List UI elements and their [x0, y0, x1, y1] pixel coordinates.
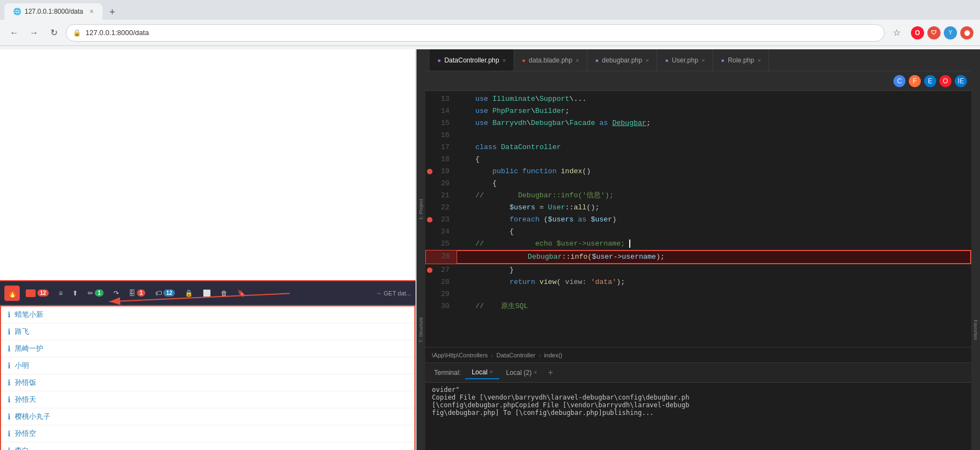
tab-close-btn[interactable]: × — [576, 57, 579, 64]
debugbar-redirect-btn[interactable]: ↷ — [110, 288, 123, 299]
item-name: 小明 — [15, 361, 29, 371]
ide-tab[interactable]: ●User.php× — [657, 49, 713, 71]
line-number: 22 — [434, 202, 456, 214]
info-icon: ℹ — [8, 395, 10, 404]
local-tab-close[interactable]: × — [489, 369, 493, 375]
back-button[interactable]: ← — [7, 25, 22, 41]
ide-tab[interactable]: ●debugbar.php× — [588, 49, 658, 71]
redirect-icon: ↷ — [113, 289, 119, 297]
terminal-local2-tab[interactable]: Local (2) × — [499, 367, 544, 379]
data-list-item: ℹ孙悟天 — [1, 391, 414, 408]
breakpoint-area — [425, 264, 434, 276]
edge-icon[interactable]: E — [924, 75, 936, 87]
structure-label: 7: Structure — [418, 317, 424, 343]
line-content: use Illuminate\Support\... — [456, 93, 971, 105]
line-number: 30 — [434, 300, 456, 312]
line-number: 19 — [434, 166, 456, 178]
tab-close-btn[interactable]: × — [757, 57, 761, 64]
breakpoint-area — [425, 129, 434, 141]
line-content: Debugbar::info($user->username); — [457, 250, 971, 264]
edit-icon: ✏ — [88, 289, 93, 297]
local2-tab-close[interactable]: × — [534, 369, 537, 375]
ext-icon-1[interactable]: 🛡 — [927, 26, 941, 39]
ide-tab[interactable]: ●DataController.php× — [430, 49, 514, 71]
new-tab-button[interactable]: + — [105, 4, 120, 20]
terminal-label: Terminal: — [430, 369, 465, 377]
data-list-item: ℹ孙悟空 — [1, 425, 414, 442]
breakpoint-area — [425, 166, 434, 178]
code-line: 26 Debugbar::info($user->username); — [425, 250, 971, 264]
line-content — [456, 288, 971, 300]
code-line: 28 return view( view: 'data'); — [425, 276, 971, 288]
tag-badge: 12 — [163, 289, 175, 297]
debugbar-trash-btn[interactable]: 🗑 — [217, 288, 231, 299]
terminal-local-tab[interactable]: Local × — [465, 366, 500, 379]
data-list-item: ℹ李白 — [1, 442, 414, 450]
line-content: $users = User::all(); — [456, 202, 971, 214]
line-content: // Debugbar::info('信息'); — [456, 190, 971, 202]
ide-tab[interactable]: ●Role.php× — [713, 49, 769, 71]
ie-icon[interactable]: IE — [955, 75, 967, 87]
annotation-arrow — [0, 49, 415, 280]
ext-icon-2[interactable]: Y — [944, 26, 957, 39]
browser-icons: C F E O IE — [893, 75, 967, 87]
breakpoint-area — [425, 288, 434, 300]
bookmark-button[interactable]: ☆ — [889, 25, 904, 41]
tab-close-btn[interactable]: × — [646, 57, 649, 64]
firefox-icon[interactable]: F — [909, 75, 921, 87]
breakpoint-area — [425, 214, 434, 226]
ide-tabs: ●DataController.php×●data.blade.php×●deb… — [425, 49, 971, 71]
line-number: 24 — [434, 226, 456, 238]
debugbar-tag2-btn[interactable]: 🔖 — [233, 288, 249, 299]
debugbar-expand-btn[interactable]: ⬜ — [199, 288, 215, 299]
line-content: use Barryvdh\Debugbar\Facade as Debugbar… — [456, 117, 971, 129]
opera-top-icon[interactable]: O — [939, 75, 951, 87]
line-number: 29 — [434, 288, 456, 300]
lock-icon: 🔒 — [73, 29, 81, 37]
reload-button[interactable]: ↻ — [46, 25, 61, 41]
debugbar-tag-btn[interactable]: 🏷 12 — [151, 288, 179, 299]
right-panel: 1: Project 7: Structure ●DataController.… — [417, 49, 980, 450]
data-list-item: ℹ樱桃小丸子 — [1, 408, 414, 425]
debugbar-edit-btn[interactable]: ✏ 1 — [84, 288, 107, 299]
ext-icon-3[interactable]: ⬤ — [960, 26, 973, 39]
code-line: 14 use PhpParser\Builder; — [425, 105, 971, 117]
debugbar-up-btn[interactable]: ⬆ — [69, 288, 82, 299]
code-line: 25 // echo $user->username; — [425, 238, 971, 250]
data-list-item: ℹ路飞 — [1, 323, 414, 340]
tab-close-btn[interactable]: × — [702, 57, 705, 64]
terminal-add-btn[interactable]: + — [544, 368, 557, 378]
address-bar[interactable]: 🔒 127.0.0.1:8000/data — [66, 24, 885, 42]
terminal-panel: Terminal: Local × Local (2) × + ovider"C… — [425, 362, 971, 450]
forward-button[interactable]: → — [26, 25, 42, 41]
ide-tab[interactable]: ●data.blade.php× — [514, 49, 588, 71]
browser-tab-active[interactable]: 🌐 127.0.0.1:8000/data × — [4, 3, 102, 20]
breakpoint-dot — [427, 217, 432, 223]
browser-tab-close[interactable]: × — [90, 8, 94, 15]
message-icon — [26, 289, 36, 297]
item-name: 黑崎一护 — [15, 344, 43, 354]
chrome-icon[interactable]: C — [893, 75, 905, 87]
debugbar-lock-btn[interactable]: 🔒 — [181, 288, 197, 299]
arrow-right-icon: → — [375, 290, 381, 297]
code-line: 27 } — [425, 264, 971, 276]
line-number: 15 — [434, 117, 456, 129]
data-list-item: ℹ黑崎一护 — [1, 340, 414, 357]
info-icon: ℹ — [8, 344, 10, 353]
debugbar-db-btn[interactable]: 🗄 1 — [125, 288, 150, 299]
edit-badge: 1 — [95, 289, 104, 297]
item-name: 李白 — [15, 446, 29, 450]
tab-close-btn[interactable]: × — [503, 57, 506, 64]
tab-file-icon: ● — [665, 57, 669, 64]
line-content: foreach ($users as $user) — [456, 214, 971, 226]
debugbar-list-btn[interactable]: ≡ — [55, 288, 66, 299]
debugbar-route: → GET dat... — [375, 290, 411, 297]
breadcrumb-part1: \App\Http\Controllers — [432, 352, 488, 358]
terminal-line: [\config\debugbar.phpCopied File [\vendo… — [432, 401, 965, 409]
info-icon: ℹ — [8, 310, 10, 319]
db-badge: 1 — [137, 289, 146, 297]
tag-icon: 🏷 — [155, 289, 162, 297]
tab-file-icon: ● — [437, 57, 441, 64]
debugbar-message-btn[interactable]: 12 — [22, 288, 53, 299]
opera-icon[interactable]: O — [911, 26, 924, 39]
